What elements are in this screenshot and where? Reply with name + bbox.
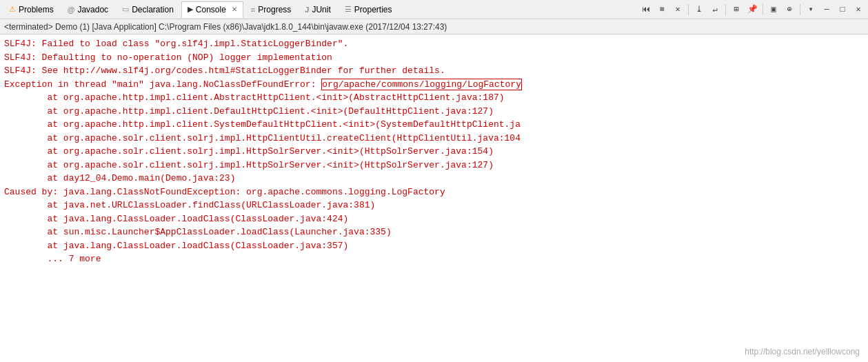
separator-4 xyxy=(800,4,800,15)
list-item: at org.apache.http.impl.client.DefaultHt… xyxy=(4,105,864,119)
junit-icon: J xyxy=(305,6,309,14)
tab-problems-label: Problems xyxy=(19,5,54,14)
exception-link[interactable]: org/apache/commons/logging/LogFactory xyxy=(321,79,522,90)
view-menu-button[interactable]: ▾ xyxy=(804,3,818,17)
list-item: at java.lang.ClassLoader.loadClass(Class… xyxy=(4,239,864,253)
list-item: at org.apache.solr.client.solrj.impl.Htt… xyxy=(4,145,864,159)
tab-console[interactable]: ▶ Console ✕ xyxy=(181,1,243,18)
declaration-icon: ▭ xyxy=(122,5,129,14)
tab-declaration-label: Declaration xyxy=(132,5,174,14)
list-item: at org.apache.solr.client.solrj.impl.Htt… xyxy=(4,132,864,145)
separator-1 xyxy=(688,4,689,15)
tab-progress[interactable]: ≡ Progress xyxy=(245,1,297,18)
maximize-button[interactable]: □ xyxy=(836,3,849,17)
problems-icon xyxy=(9,5,16,14)
list-item: at org.apache.http.impl.client.SystemDef… xyxy=(4,118,864,132)
tab-declaration[interactable]: ▭ Declaration xyxy=(116,1,180,18)
new-console-button[interactable]: ⊕ xyxy=(783,3,796,17)
pin-console-button[interactable]: 📌 xyxy=(745,3,759,17)
list-item: at java.lang.ClassLoader.loadClass(Class… xyxy=(4,212,864,226)
word-wrap-button[interactable]: ↵ xyxy=(708,3,722,17)
list-item: at org.apache.solr.client.solrj.impl.Htt… xyxy=(4,159,864,172)
properties-icon: ☰ xyxy=(345,5,352,14)
separator-3 xyxy=(763,4,763,15)
console-toolbar: ⏮ ■ ✕ ⤓ ↵ ⊞ 📌 ▣ ⊕ ▾ ─ □ ✕ xyxy=(639,3,865,17)
progress-icon: ≡ xyxy=(251,6,255,14)
javadoc-icon: @ xyxy=(68,6,75,14)
tab-junit[interactable]: J JUnit xyxy=(299,1,336,18)
status-text: <terminated> Demo (1) [Java Application]… xyxy=(4,22,447,32)
list-item: SLF4J: Failed to load class "org.slf4j.i… xyxy=(4,37,864,51)
console-output[interactable]: SLF4J: Failed to load class "org.slf4j.i… xyxy=(0,34,868,362)
list-item: ... 7 more xyxy=(4,252,864,266)
list-item: Exception in thread "main" java.lang.NoC… xyxy=(4,78,864,92)
list-item: SLF4J: See http://www.slf4j.org/codes.ht… xyxy=(4,64,864,78)
tab-console-close[interactable]: ✕ xyxy=(232,6,237,13)
remove-terminated-button[interactable]: ✕ xyxy=(671,3,685,17)
open-console-button[interactable]: ⊞ xyxy=(729,3,743,17)
tab-junit-label: JUnit xyxy=(312,5,330,14)
list-item: at java.net.URLClassLoader.findClass(URL… xyxy=(4,199,864,212)
list-item: Caused by: java.lang.ClassNotFoundExcept… xyxy=(4,185,864,199)
skip-backward-button[interactable]: ⏮ xyxy=(639,3,653,17)
close-view-button[interactable]: ✕ xyxy=(851,3,865,17)
tab-console-label: Console xyxy=(196,5,226,14)
watermark: http://blog.csdn.net/yelllowcong xyxy=(745,347,860,356)
list-item: SLF4J: Defaulting to no-operation (NOP) … xyxy=(4,51,864,65)
separator-2 xyxy=(725,4,726,15)
tab-javadoc[interactable]: @ Javadoc xyxy=(61,1,114,18)
minimize-button[interactable]: ─ xyxy=(820,3,834,17)
stop-button[interactable]: ■ xyxy=(655,3,669,17)
tab-problems[interactable]: Problems xyxy=(3,1,60,18)
tab-properties-label: Properties xyxy=(354,5,392,14)
tab-javadoc-label: Javadoc xyxy=(77,5,108,14)
tab-bar: Problems @ Javadoc ▭ Declaration ▶ Conso… xyxy=(0,0,868,19)
tab-properties[interactable]: ☰ Properties xyxy=(339,1,398,18)
scroll-lock-button[interactable]: ⤓ xyxy=(692,3,706,17)
status-bar: <terminated> Demo (1) [Java Application]… xyxy=(0,19,868,34)
list-item: at sun.misc.Launcher$AppClassLoader.load… xyxy=(4,225,864,239)
console-icon: ▶ xyxy=(188,5,193,14)
list-item: at day12_04.Demo.main(Demo.java:23) xyxy=(4,172,864,185)
display-selected-button[interactable]: ▣ xyxy=(767,3,780,17)
list-item: at org.apache.http.impl.client.AbstractH… xyxy=(4,91,864,105)
tab-progress-label: Progress xyxy=(258,5,291,14)
